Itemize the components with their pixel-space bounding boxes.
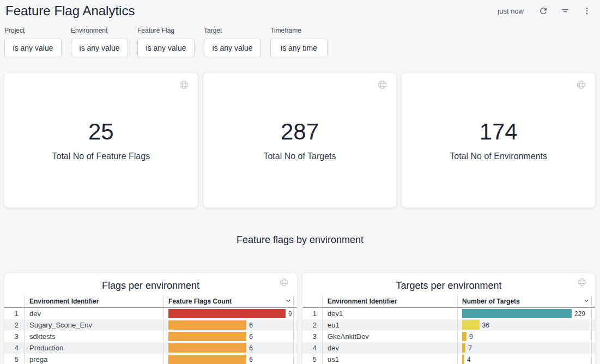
more-vert-icon[interactable] bbox=[578, 2, 596, 20]
bar-value: 9 bbox=[469, 333, 473, 341]
row-index: 3 bbox=[4, 331, 24, 342]
environment-identifier: dev bbox=[29, 310, 41, 318]
filter-label: Target bbox=[204, 27, 261, 34]
kpi-card-total-environments: 174 Total No of Environments bbox=[402, 73, 595, 208]
bar-value: 36 bbox=[482, 321, 489, 329]
environment-identifier: prega bbox=[29, 355, 47, 363]
environment-identifier-cell: us1 bbox=[322, 354, 457, 364]
row-index: 5 bbox=[4, 354, 24, 364]
filter-feature-flag: Feature Flag is any value bbox=[137, 27, 195, 57]
refresh-icon[interactable] bbox=[535, 2, 552, 20]
table-gutter bbox=[293, 308, 297, 319]
column-header-index bbox=[302, 295, 322, 307]
page-title: Feature Flag Analytics bbox=[5, 3, 135, 19]
kpi-card-total-feature-flags: 25 Total No of Feature Flags bbox=[4, 73, 198, 208]
row-index: 4 bbox=[302, 342, 322, 354]
filter-value-button[interactable]: is any value bbox=[204, 39, 261, 57]
filter-label: Environment bbox=[71, 27, 128, 34]
count-cell: 36 bbox=[457, 319, 591, 331]
filter-value-button[interactable]: is any value bbox=[71, 39, 128, 57]
column-header-feature-flags-count[interactable]: Feature Flags Count bbox=[163, 295, 293, 307]
bar bbox=[168, 332, 246, 341]
kpi-value: 287 bbox=[281, 119, 319, 144]
table-body: 1 dev 9 2 Sugary_Scone_Env 6 3 sdktests … bbox=[4, 308, 297, 364]
kpi-card-total-targets: 287 Total No of Targets bbox=[203, 73, 397, 208]
count-cell: 6 bbox=[163, 354, 293, 364]
table-row: 1 dev 9 bbox=[4, 308, 297, 319]
topbar-actions: just now bbox=[498, 2, 596, 20]
table-gutter bbox=[293, 354, 297, 364]
bar-value: 9 bbox=[288, 310, 292, 318]
environment-identifier: dev1 bbox=[328, 310, 343, 318]
kpi-row: 25 Total No of Feature Flags 287 Total N… bbox=[4, 73, 595, 208]
bar bbox=[168, 309, 286, 318]
filter-value-button[interactable]: is any value bbox=[137, 39, 195, 57]
bar bbox=[168, 343, 246, 353]
table-body: 1 dev1 229 2 eu1 36 3 GkeAnkitDev 9 4 de… bbox=[302, 308, 595, 364]
table-gutter bbox=[591, 342, 595, 354]
bar bbox=[462, 332, 466, 341]
kpi-value: 25 bbox=[88, 119, 114, 144]
row-index: 1 bbox=[302, 308, 322, 319]
column-header-label: Environment Identifier bbox=[328, 298, 397, 305]
count-cell: 6 bbox=[163, 319, 293, 331]
row-index: 2 bbox=[4, 319, 24, 331]
filter-timeframe: Timeframe is any time bbox=[270, 27, 328, 57]
table-row: 4 Production 6 bbox=[4, 342, 297, 354]
table-gutter bbox=[591, 295, 595, 307]
count-cell: 7 bbox=[457, 342, 591, 354]
section-title: Feature flags by environment bbox=[0, 234, 600, 246]
bar bbox=[462, 343, 465, 353]
bar bbox=[462, 320, 480, 330]
table-row: 2 eu1 36 bbox=[302, 319, 595, 331]
column-header-index bbox=[4, 295, 24, 307]
filter-value-button[interactable]: is any value bbox=[4, 39, 62, 57]
last-refresh-text: just now bbox=[498, 7, 524, 15]
count-cell: 4 bbox=[457, 354, 591, 364]
row-index: 1 bbox=[4, 308, 24, 319]
table-card-flags-per-environment: Flags per environment Environment Identi… bbox=[4, 273, 297, 364]
bar-value: 6 bbox=[249, 356, 253, 363]
environment-identifier: eu1 bbox=[328, 321, 340, 329]
bar bbox=[168, 320, 246, 330]
environment-identifier: us1 bbox=[328, 355, 339, 363]
column-header-environment-identifier[interactable]: Environment Identifier bbox=[322, 295, 457, 307]
table-header-row: Environment Identifier Feature Flags Cou… bbox=[4, 295, 297, 308]
count-cell: 6 bbox=[163, 342, 293, 354]
environment-identifier-cell: Sugary_Scone_Env bbox=[24, 319, 163, 331]
filter-icon[interactable] bbox=[556, 2, 574, 20]
count-cell: 6 bbox=[163, 331, 293, 342]
row-index: 4 bbox=[4, 342, 24, 354]
table-row: 5 us1 4 bbox=[302, 354, 595, 364]
bar bbox=[462, 355, 464, 364]
bar-value: 4 bbox=[467, 356, 471, 363]
table-gutter bbox=[591, 331, 595, 342]
kpi-value: 174 bbox=[480, 119, 518, 144]
bar-value: 6 bbox=[249, 333, 253, 341]
bar-value: 7 bbox=[468, 344, 472, 352]
table-gutter bbox=[591, 319, 595, 331]
environment-identifier-cell: GkeAnkitDev bbox=[322, 331, 457, 342]
globe-icon bbox=[578, 278, 586, 287]
bar bbox=[462, 309, 572, 318]
bar-value: 6 bbox=[249, 321, 253, 329]
kpi-label: Total No of Targets bbox=[263, 151, 336, 161]
table-row: 2 Sugary_Scone_Env 6 bbox=[4, 319, 297, 331]
column-header-environment-identifier[interactable]: Environment Identifier bbox=[24, 295, 163, 307]
table-gutter bbox=[293, 342, 297, 354]
chevron-down-icon[interactable] bbox=[285, 298, 292, 304]
globe-icon bbox=[179, 80, 189, 89]
column-header-number-of-targets[interactable]: Number of Targets bbox=[457, 295, 591, 307]
data-table: Environment Identifier Feature Flags Cou… bbox=[4, 295, 297, 364]
environment-identifier-cell: Production bbox=[24, 342, 163, 354]
count-cell: 9 bbox=[163, 308, 293, 319]
chevron-down-icon[interactable] bbox=[583, 298, 590, 304]
tables-row: Flags per environment Environment Identi… bbox=[4, 273, 595, 364]
filter-project: Project is any value bbox=[4, 27, 62, 57]
filter-value-button[interactable]: is any time bbox=[270, 39, 328, 57]
table-row: 3 sdktests 6 bbox=[4, 331, 297, 342]
table-header-row: Environment Identifier Number of Targets bbox=[302, 295, 595, 308]
row-index: 3 bbox=[302, 331, 322, 342]
table-gutter bbox=[293, 319, 297, 331]
filter-environment: Environment is any value bbox=[71, 27, 128, 57]
